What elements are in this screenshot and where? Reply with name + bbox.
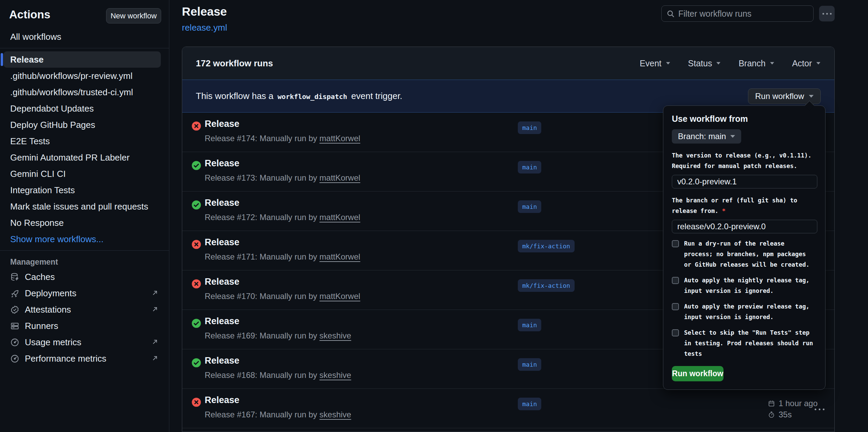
run-time-ago: 1 hour ago (779, 399, 818, 408)
actor-link[interactable]: skeshive (320, 370, 351, 380)
failure-icon (191, 239, 201, 249)
sidebar-item-e2e-tests[interactable]: E2E Tests (0, 133, 169, 149)
run-title-link[interactable]: Release (205, 119, 239, 129)
new-workflow-button[interactable]: New workflow (106, 8, 161, 23)
success-icon (191, 358, 201, 368)
workflow-list: All workflows Release .github/workflows/… (0, 29, 169, 367)
sidebar-item-caches[interactable]: Caches (0, 269, 169, 285)
sidebar-item-performance-metrics[interactable]: Performance metrics (0, 350, 169, 367)
branch-badge[interactable]: main (518, 358, 541, 371)
sidebar-divider (0, 250, 169, 251)
sidebar-item-pr-review[interactable]: .github/workflows/pr-review.yml (0, 68, 169, 84)
sidebar-item-gemini-pr-labeler[interactable]: Gemini Automated PR Labeler (0, 149, 169, 166)
sidebar-title: Actions (9, 8, 50, 21)
sidebar-item-mark-stale[interactable]: Mark stale issues and pull requests (0, 198, 169, 215)
run-title-link[interactable]: Release (205, 355, 239, 366)
meter-icon (10, 354, 19, 363)
run-title-link[interactable]: Release (205, 395, 239, 405)
actor-link[interactable]: mattKorwel (320, 252, 360, 261)
search-icon (666, 10, 675, 18)
external-link-icon (151, 289, 159, 297)
sidebar-item-label: Attestations (25, 304, 71, 315)
skip-tests-checkbox-row: Select to skip the "Run Tests" step in t… (672, 328, 817, 359)
actor-filter-dropdown[interactable]: Actor (792, 59, 821, 68)
skip-tests-checkbox[interactable] (672, 329, 679, 336)
actor-link[interactable]: mattKorwel (320, 213, 360, 222)
success-icon (191, 318, 201, 328)
page-title: Release (182, 5, 227, 18)
show-more-workflows-link[interactable]: Show more workflows... (0, 231, 169, 247)
management-section-header: Management (0, 254, 169, 269)
preview-tag-checkbox-row: Auto apply the preview release tag, inpu… (672, 301, 817, 322)
sidebar-item-dependabot-updates[interactable]: Dependabot Updates (0, 100, 169, 117)
chevron-down-icon (816, 62, 820, 65)
sidebar-item-no-response[interactable]: No Response (0, 215, 169, 231)
workflow-runs-count: 172 workflow runs (196, 58, 273, 69)
branch-badge[interactable]: mk/fix-action (518, 279, 575, 292)
sidebar-item-usage-metrics[interactable]: Usage metrics (0, 334, 169, 350)
version-input[interactable] (672, 175, 817, 188)
branch-badge[interactable]: main (518, 161, 541, 173)
database-icon (10, 272, 19, 282)
preview-tag-checkbox[interactable] (672, 303, 679, 310)
sidebar-divider (0, 48, 169, 48)
workflow-options-kebab-button[interactable] (819, 6, 835, 21)
workflow-run-row: Release Release #167: Manually run by sk… (182, 389, 834, 428)
actor-link[interactable]: mattKorwel (320, 173, 360, 182)
external-link-icon (151, 305, 159, 313)
status-filter-dropdown[interactable]: Status (688, 59, 721, 68)
failure-icon (191, 279, 201, 289)
ref-input[interactable] (672, 220, 817, 233)
branch-selector-button[interactable]: Branch: main (672, 129, 741, 144)
run-duration: 35s (779, 410, 792, 419)
branch-filter-dropdown[interactable]: Branch (738, 59, 774, 68)
actor-link[interactable]: skeshive (320, 410, 351, 419)
dry-run-checkbox[interactable] (672, 240, 679, 247)
sidebar-item-integration-tests[interactable]: Integration Tests (0, 182, 169, 198)
run-title-link[interactable]: Release (205, 277, 239, 287)
run-title-link[interactable]: Release (205, 237, 239, 248)
branch-badge[interactable]: main (518, 319, 541, 331)
sidebar-item-all-workflows[interactable]: All workflows (0, 29, 169, 45)
nightly-tag-checkbox[interactable] (672, 277, 679, 284)
run-workflow-panel: Use workflow from Branch: main The versi… (663, 105, 826, 390)
sidebar-item-runners[interactable]: Runners (0, 318, 169, 334)
run-title-link[interactable]: Release (205, 316, 239, 327)
branch-badge[interactable]: mk/fix-action (518, 240, 575, 252)
sidebar-item-deployments[interactable]: Deployments (0, 285, 169, 301)
runs-filters: Event Status Branch Actor (640, 59, 821, 68)
ref-help-text: The branch or ref (full git sha) to rele… (672, 195, 817, 216)
run-title-link[interactable]: Release (205, 158, 239, 169)
chevron-down-icon (809, 95, 814, 98)
sidebar-item-deploy-github-pages[interactable]: Deploy GitHub Pages (0, 117, 169, 133)
kebab-horizontal-icon (815, 409, 816, 410)
run-meta: 1 hour ago 35s (768, 398, 818, 420)
actor-link[interactable]: skeshive (320, 331, 351, 340)
external-link-icon (151, 338, 159, 346)
run-title-link[interactable]: Release (205, 198, 239, 208)
required-marker: * (722, 207, 726, 214)
workflow-file-link[interactable]: release.yml (182, 22, 227, 33)
filter-workflow-runs-input[interactable] (678, 9, 809, 19)
failure-icon (191, 397, 201, 407)
actor-link[interactable]: mattKorwel (320, 134, 360, 143)
run-options-kebab-button[interactable] (815, 409, 824, 410)
branch-badge[interactable]: main (518, 398, 541, 410)
sidebar-item-label: Performance metrics (25, 353, 106, 364)
banner-text: This workflow has a workflow_dispatch ev… (196, 91, 402, 101)
sidebar-item-release[interactable]: Release (0, 51, 169, 68)
branch-badge[interactable]: main (518, 200, 541, 213)
event-filter-dropdown[interactable]: Event (640, 59, 670, 68)
run-workflow-submit-button[interactable]: Run workflow (672, 366, 724, 381)
rocket-icon (10, 289, 19, 298)
version-help-text: The version to release (e.g., v0.1.11). … (672, 150, 817, 171)
workflow-dispatch-code: workflow_dispatch (277, 93, 347, 101)
sidebar-item-trusted-ci[interactable]: .github/workflows/trusted-ci.yml (0, 84, 169, 100)
actor-link[interactable]: mattKorwel (320, 292, 360, 301)
calendar-icon (768, 400, 775, 407)
sidebar-item-gemini-cli-ci[interactable]: Gemini CLI CI (0, 166, 169, 182)
meter-icon (10, 338, 19, 347)
branch-badge[interactable]: main (518, 121, 541, 134)
chevron-down-icon (666, 62, 670, 65)
sidebar-item-attestations[interactable]: Attestations (0, 301, 169, 318)
